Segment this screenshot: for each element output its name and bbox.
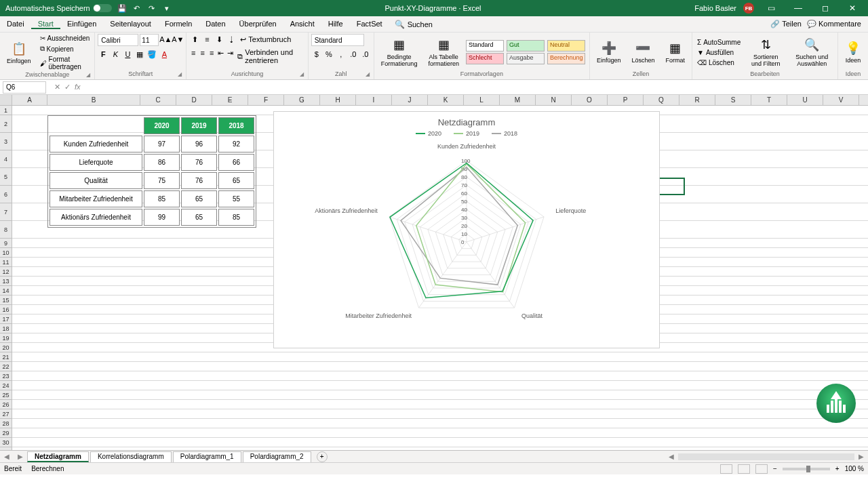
row-header[interactable]: 8	[0, 221, 12, 239]
cell-style-standard[interactable]: Standard	[466, 40, 504, 52]
qat-customize-icon[interactable]: ▾	[162, 3, 172, 13]
user-name[interactable]: Fabio Basler	[694, 4, 736, 12]
zoom-level[interactable]: 100 %	[845, 465, 864, 472]
indent-dec-icon[interactable]: ⇤	[217, 47, 225, 58]
col-header-T[interactable]: T	[751, 95, 787, 105]
add-sheet-button[interactable]: +	[317, 451, 328, 462]
align-middle-icon[interactable]: ≡	[201, 34, 212, 45]
row-header[interactable]: 29	[0, 428, 12, 438]
data-cell[interactable]: 86	[144, 154, 180, 171]
share-button[interactable]: 🔗 Teilen	[770, 20, 802, 28]
font-color-button[interactable]: A	[159, 49, 170, 60]
col-header-I[interactable]: I	[356, 95, 392, 105]
col-header[interactable]: 2020	[144, 117, 180, 134]
autosave-toggle[interactable]: Automatisches Speichern	[5, 4, 112, 12]
data-cell[interactable]: 97	[144, 136, 180, 152]
data-cell[interactable]: 65	[181, 190, 217, 207]
format-cells-button[interactable]: ▦Format	[661, 37, 689, 67]
data-cell[interactable]: 65	[218, 172, 254, 189]
table-format-button[interactable]: ▦ Als Tabelle formatieren	[424, 34, 463, 70]
cell-style-schlecht[interactable]: Schlecht	[466, 53, 504, 64]
align-center-icon[interactable]: ≡	[199, 47, 207, 58]
sheet-tab[interactable]: Korrelationsdiagramm	[90, 451, 172, 462]
sheet-nav-prev-icon[interactable]: ◀	[0, 453, 14, 460]
row-header[interactable]: 25	[0, 390, 12, 400]
dec-decimal-icon[interactable]: .0	[360, 49, 371, 60]
underline-button[interactable]: U	[122, 49, 133, 60]
number-format-select[interactable]	[311, 34, 364, 46]
floating-logo[interactable]	[816, 384, 856, 423]
row-header[interactable]: 7	[0, 203, 12, 221]
col-header-Q[interactable]: Q	[644, 95, 679, 105]
data-cell[interactable]: 92	[218, 136, 254, 152]
row-header[interactable]: 26	[0, 400, 12, 409]
row-header[interactable]: 27	[0, 409, 12, 419]
font-size-select[interactable]	[140, 34, 159, 46]
row-header[interactable]: 3	[0, 133, 12, 150]
legend-item[interactable]: 2018	[492, 130, 517, 137]
col-header-D[interactable]: D	[176, 95, 212, 105]
col-header-C[interactable]: C	[140, 95, 176, 105]
copy-button[interactable]: ⧉Kopieren	[38, 44, 92, 54]
col-header-N[interactable]: N	[536, 95, 572, 105]
view-page-layout-icon[interactable]	[738, 464, 750, 474]
tab-einfügen[interactable]: Einfügen	[60, 20, 103, 28]
row-header[interactable]: 1	[0, 106, 12, 115]
percent-icon[interactable]: %	[323, 49, 334, 60]
radar-plot[interactable]: 0102030405060708090100Kunden Zufriedenhe…	[290, 137, 643, 340]
redo-icon[interactable]: ↷	[147, 3, 157, 13]
data-cell[interactable]: 65	[181, 209, 217, 226]
inc-decimal-icon[interactable]: .0	[348, 49, 359, 60]
zoom-out-icon[interactable]: −	[773, 465, 777, 472]
data-cell[interactable]: 55	[218, 190, 254, 207]
sheet-tab[interactable]: Polardiagramm_1	[173, 451, 241, 462]
autosum-button[interactable]: ΣAutoSumme	[695, 38, 743, 47]
paste-button[interactable]: 📋 Einfügen	[3, 38, 35, 68]
zoom-slider[interactable]	[783, 468, 830, 470]
row-header[interactable]: 18	[0, 324, 12, 333]
row-header[interactable]: 13	[0, 277, 12, 286]
row-header[interactable]: 10	[0, 248, 12, 258]
col-header-E[interactable]: E	[212, 95, 248, 105]
indent-inc-icon[interactable]: ⇥	[226, 47, 235, 58]
formula-input[interactable]	[86, 81, 868, 94]
merge-button[interactable]: ⧉Verbinden und zentrieren	[235, 47, 305, 65]
row-header[interactable]: 14	[0, 286, 12, 296]
row-label[interactable]: Mitarbeiter Zufriedenheit	[50, 190, 142, 207]
col-header-V[interactable]: V	[823, 95, 859, 105]
chart-legend[interactable]: 202020192018	[274, 127, 659, 137]
col-header-H[interactable]: H	[320, 95, 356, 105]
ideas-button[interactable]: 💡Ideen	[841, 37, 865, 67]
currency-icon[interactable]: $	[311, 49, 322, 60]
row-header[interactable]: 22	[0, 362, 12, 371]
grow-font-icon[interactable]: A▲	[160, 34, 171, 45]
row-label[interactable]: Qualität	[50, 172, 142, 189]
grid[interactable]: 1234567891011121314151617181920212223242…	[0, 106, 868, 450]
view-page-break-icon[interactable]	[755, 464, 768, 474]
orientation-icon[interactable]: ⭭	[226, 34, 237, 45]
col-header-G[interactable]: G	[284, 95, 320, 105]
cell-style-ausgabe[interactable]: Ausgabe	[507, 53, 545, 64]
row-header[interactable]: 20	[0, 343, 12, 352]
search-box[interactable]: 🔍 Suchen	[389, 20, 438, 29]
maximize-icon[interactable]: ◻	[815, 1, 835, 15]
sheet-nav-next-icon[interactable]: ▶	[14, 453, 27, 460]
align-left-icon[interactable]: ≡	[189, 47, 197, 58]
view-normal-icon[interactable]	[720, 464, 732, 474]
save-icon[interactable]: 💾	[117, 3, 127, 13]
sheet-tab[interactable]: Netzdiagramm	[27, 451, 89, 462]
font-name-select[interactable]	[98, 34, 138, 46]
col-header-F[interactable]: F	[248, 95, 284, 105]
format-painter-button[interactable]: 🖌Format übertragen	[38, 55, 92, 71]
col-header[interactable]: 2019	[181, 117, 217, 134]
select-all-button[interactable]	[0, 95, 12, 105]
row-header[interactable]: 24	[0, 381, 12, 390]
legend-item[interactable]: 2019	[454, 130, 479, 137]
col-header-K[interactable]: K	[428, 95, 464, 105]
chart-title[interactable]: Netzdiagramm	[274, 112, 659, 127]
row-label[interactable]: Lieferquote	[50, 154, 142, 171]
tab-überprüfen[interactable]: Überprüfen	[233, 20, 283, 28]
align-right-icon[interactable]: ≡	[208, 47, 216, 58]
col-header-P[interactable]: P	[608, 95, 644, 105]
comma-icon[interactable]: ,	[336, 49, 347, 60]
